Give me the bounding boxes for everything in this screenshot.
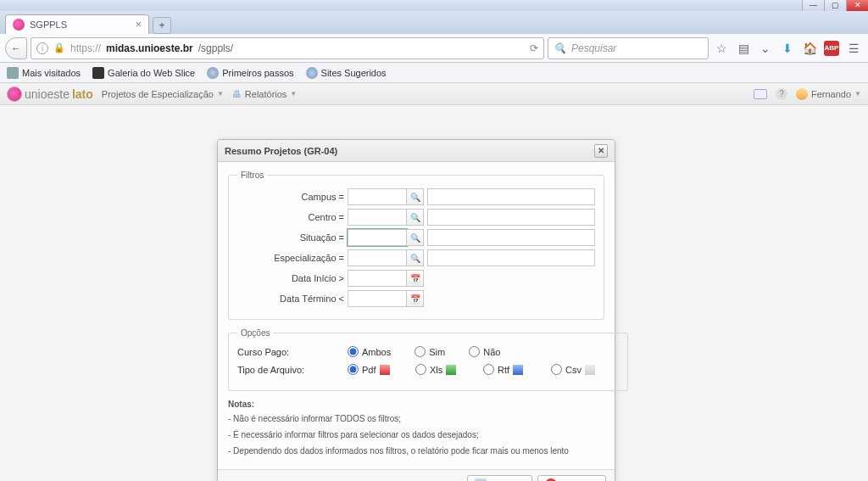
data-termino-input[interactable] bbox=[348, 290, 407, 307]
data-termino-label: Data Término < bbox=[237, 294, 348, 304]
tipo-rtf-option[interactable]: Rtf bbox=[483, 364, 551, 375]
curso-pago-ambos-option[interactable]: Ambos bbox=[348, 346, 391, 357]
data-inicio-calendar-button[interactable]: 📅 bbox=[407, 270, 424, 287]
bookmark-item[interactable]: Mais visitados bbox=[7, 67, 81, 79]
option-label: Xls bbox=[430, 365, 442, 375]
note-line: - É necessário informar filtros para sel… bbox=[228, 430, 604, 439]
tipo-pdf-option[interactable]: Pdf bbox=[348, 364, 415, 375]
situacao-desc-input[interactable] bbox=[427, 229, 595, 246]
window-titlebar: — ▢ ✕ bbox=[0, 0, 868, 11]
window-close-button[interactable]: ✕ bbox=[846, 0, 868, 11]
campus-label: Campus = bbox=[237, 192, 348, 202]
menu-projetos[interactable]: Projetos de Especialização ▼ bbox=[102, 89, 224, 99]
csv-icon bbox=[585, 365, 595, 375]
menu-label: Projetos de Especialização bbox=[102, 89, 214, 99]
curso-pago-sim-option[interactable]: Sim bbox=[415, 346, 445, 357]
imprimir-button[interactable]: Imprimir bbox=[467, 475, 532, 481]
abp-icon[interactable]: ABP bbox=[822, 39, 841, 58]
menu-relatorios[interactable]: 🖶 Relatórios ▼ bbox=[232, 89, 297, 99]
new-tab-button[interactable]: + bbox=[153, 17, 171, 34]
tab-favicon-icon bbox=[13, 19, 25, 31]
radio-pdf[interactable] bbox=[348, 364, 359, 375]
centro-lookup-button[interactable]: 🔍 bbox=[407, 209, 424, 226]
data-inicio-input[interactable] bbox=[348, 270, 407, 287]
modal-footer: Imprimir Cancelar bbox=[218, 469, 615, 481]
reload-icon[interactable]: ⟳ bbox=[530, 42, 538, 54]
bookmarks-bar: Mais visitados Galeria do Web Slice Prim… bbox=[0, 63, 868, 83]
bookmark-label: Mais visitados bbox=[22, 68, 81, 78]
data-inicio-label: Data Início > bbox=[237, 273, 348, 283]
situacao-code-input[interactable] bbox=[348, 229, 407, 246]
home-icon[interactable]: 🏠 bbox=[800, 39, 819, 58]
nav-back-button[interactable]: ← bbox=[5, 37, 27, 59]
content-area: Resumo Projetos (GR-04) ✕ Filtros Campus… bbox=[0, 105, 868, 481]
help-icon[interactable]: ? bbox=[776, 88, 787, 100]
centro-desc-input[interactable] bbox=[427, 209, 595, 226]
menu-hamburger-icon[interactable]: ☰ bbox=[844, 39, 863, 58]
modal-header[interactable]: Resumo Projetos (GR-04) ✕ bbox=[218, 140, 615, 162]
opcoes-fieldset: Opções Curso Pago: Ambos Sim Não Tipo de… bbox=[228, 328, 628, 391]
situacao-lookup-button[interactable]: 🔍 bbox=[407, 229, 424, 246]
campus-code-input[interactable] bbox=[348, 188, 407, 205]
tab-close-icon[interactable]: × bbox=[136, 19, 142, 31]
campus-desc-input[interactable] bbox=[427, 188, 595, 205]
bookmark-item[interactable]: Primeiros passos bbox=[207, 67, 293, 79]
filtros-legend: Filtros bbox=[237, 171, 267, 180]
tipo-xls-option[interactable]: Xls bbox=[415, 364, 483, 375]
curso-pago-nao-option[interactable]: Não bbox=[469, 346, 500, 357]
option-label: Não bbox=[483, 347, 500, 357]
window-minimize-button[interactable]: — bbox=[802, 0, 824, 11]
mail-icon[interactable] bbox=[754, 89, 767, 99]
lock-icon: 🔒 bbox=[53, 42, 65, 53]
bookmark-item[interactable]: Sites Sugeridos bbox=[306, 67, 387, 79]
especializacao-desc-input[interactable] bbox=[427, 249, 595, 266]
notes-title: Notas: bbox=[228, 400, 604, 409]
especializacao-code-input[interactable] bbox=[348, 249, 407, 266]
data-termino-calendar-button[interactable]: 📅 bbox=[407, 290, 424, 307]
especializacao-lookup-button[interactable]: 🔍 bbox=[407, 249, 424, 266]
campus-lookup-button[interactable]: 🔍 bbox=[407, 188, 424, 205]
user-menu[interactable]: Fernando ▼ bbox=[796, 88, 861, 100]
option-label: Csv bbox=[565, 365, 581, 375]
url-protocol: https:// bbox=[70, 42, 101, 54]
browser-tabstrip: SGPPLS × + bbox=[0, 11, 868, 34]
centro-code-input[interactable] bbox=[348, 209, 407, 226]
opcoes-legend: Opções bbox=[237, 328, 273, 338]
site-info-icon[interactable]: i bbox=[36, 42, 48, 54]
centro-label: Centro = bbox=[237, 212, 348, 222]
note-line: - Dependendo dos dados informados nos fi… bbox=[228, 446, 604, 456]
app-logo[interactable]: unioestelato bbox=[7, 87, 93, 102]
url-path: /sgppls/ bbox=[198, 42, 233, 54]
bookmark-icon bbox=[7, 67, 19, 79]
url-host: midas.unioeste.br bbox=[106, 42, 193, 54]
radio-xls[interactable] bbox=[415, 364, 426, 375]
bookmark-item[interactable]: Galeria do Web Slice bbox=[92, 67, 195, 79]
url-bar[interactable]: i 🔒 https://midas.unioeste.br/sgppls/ ⟳ bbox=[31, 37, 544, 59]
browser-nav-row: ← i 🔒 https://midas.unioeste.br/sgppls/ … bbox=[0, 34, 868, 63]
download-icon[interactable]: ⬇ bbox=[778, 39, 797, 58]
window-maximize-button[interactable]: ▢ bbox=[824, 0, 846, 11]
xls-icon bbox=[446, 365, 456, 375]
bookmark-star-icon[interactable]: ☆ bbox=[712, 39, 731, 58]
radio-sim[interactable] bbox=[415, 346, 426, 357]
report-modal: Resumo Projetos (GR-04) ✕ Filtros Campus… bbox=[217, 139, 615, 481]
user-name: Fernando bbox=[811, 89, 851, 99]
radio-rtf[interactable] bbox=[483, 364, 494, 375]
library-icon[interactable]: ▤ bbox=[734, 39, 753, 58]
especializacao-label: Especialização = bbox=[237, 253, 348, 263]
option-label: Sim bbox=[429, 347, 445, 357]
logo-text-2: lato bbox=[72, 87, 93, 101]
radio-csv[interactable] bbox=[551, 364, 562, 375]
bookmark-label: Galeria do Web Slice bbox=[108, 68, 195, 78]
radio-ambos[interactable] bbox=[348, 346, 359, 357]
browser-tab[interactable]: SGPPLS × bbox=[5, 14, 149, 34]
radio-nao[interactable] bbox=[469, 346, 480, 357]
modal-close-button[interactable]: ✕ bbox=[594, 144, 608, 158]
tipo-csv-option[interactable]: Csv bbox=[551, 364, 619, 375]
cancelar-button[interactable]: Cancelar bbox=[537, 475, 606, 481]
bookmark-icon bbox=[207, 67, 219, 79]
search-icon-small: 🔍 bbox=[554, 42, 566, 54]
chevron-down-icon: ▼ bbox=[217, 90, 224, 98]
browser-search-box[interactable]: 🔍 Pesquisar bbox=[548, 37, 709, 59]
pocket-icon[interactable]: ⌄ bbox=[756, 39, 775, 58]
